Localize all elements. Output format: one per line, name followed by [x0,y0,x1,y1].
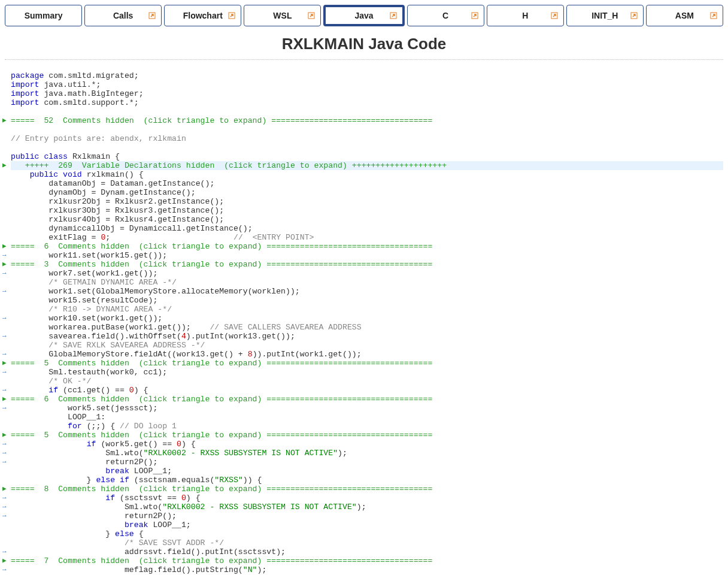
code-line: → GlobalMemoryStore.fieldAt((work13.get(… [2,350,723,359]
code-line: rxlkusr2Obj = Rxlkusr2.getInstance(); [2,197,723,206]
code-line: ▶===== 6 Comments hidden (click triangle… [2,242,723,251]
code-text: savearea.field().withOffset(4).putInt(wo… [11,332,723,341]
popout-icon[interactable] [550,11,559,20]
code-line [2,62,723,71]
code-line: LOOP__1: [2,413,723,422]
expand-triangle-icon[interactable]: ▶ [2,260,11,269]
code-text: package com.smltd.migrated; [11,71,723,80]
code-text: if (ssctssvt == 0) { [11,494,723,503]
popout-icon[interactable] [471,11,479,20]
code-text [11,62,723,71]
page-title: RXLKMAIN Java Code [0,28,728,59]
code-line: ▶===== 8 Comments hidden (click triangle… [2,485,723,494]
code-line: import com.smltd.support.*; [2,98,723,107]
code-text: ===== 5 Comments hidden (click triangle … [11,359,723,368]
popout-icon[interactable] [307,11,316,20]
code-text: Sml.wto("RXLK0002 - RXSS SUBSYSTEM IS NO… [11,503,723,512]
code-text: /* OK -*/ [11,377,723,386]
code-text: import com.smltd.support.*; [11,98,723,107]
code-text: Sml.testauth(work0, cc1); [11,368,723,377]
expand-triangle-icon[interactable]: ▶ [2,161,11,170]
code-line: ▶===== 6 Comments hidden (click triangle… [2,395,723,404]
code-line: → return2P(); [2,458,723,467]
code-text: /* SAVE SSVT ADDR -*/ [11,538,723,547]
code-line: ▶===== 5 Comments hidden (click triangle… [2,359,723,368]
code-text: work10.set(work1.get()); [11,314,723,323]
code-text: // Entry points are: abendx, rxlkmain [11,134,723,143]
expand-triangle-icon[interactable]: ▶ [2,395,11,404]
tab-h[interactable]: H [487,5,564,26]
arrow-marker-icon: → [2,350,11,359]
gutter [2,89,11,98]
popout-icon[interactable] [389,11,398,20]
code-line: rxlkusr3Obj = Rxlkusr3.getInstance(); [2,206,723,215]
code-line: import java.util.*; [2,80,723,89]
expand-triangle-icon[interactable]: ▶ [2,242,11,251]
tab-label: Summary [25,11,63,20]
code-text: work1.set(GlobalMemoryStore.allocateMemo… [11,287,723,296]
code-text: import java.math.BigInteger; [11,89,723,98]
tab-flowchart[interactable]: Flowchart [164,5,241,26]
popout-icon[interactable] [709,11,718,20]
code-line: → if (ssctssvt == 0) { [2,494,723,503]
arrow-marker-icon: → [2,404,11,413]
arrow-marker-icon: → [2,386,11,395]
code-line: /* SAVE RXLK SAVEAREA ADDRESS -*/ [2,341,723,350]
expand-triangle-icon[interactable]: ▶ [2,556,11,565]
tab-wsl[interactable]: WSL [244,5,321,26]
code-line: → work11.set(work15.get()); [2,251,723,260]
code-text: LOOP__1: [11,413,723,422]
code-line: ▶ +++++ 269 Variable Declarations hidden… [2,161,723,170]
code-line: ▶===== 5 Comments hidden (click triangle… [2,431,723,440]
expand-triangle-icon[interactable]: ▶ [2,116,11,125]
code-text: break LOOP__1; [11,520,723,529]
expand-triangle-icon[interactable]: ▶ [2,485,11,494]
code-line: } else if (ssctsnam.equals("RXSS")) { [2,476,723,485]
gutter [2,188,11,197]
code-text: work11.set(work15.get()); [11,251,723,260]
popout-icon[interactable] [630,11,638,20]
code-line: ▶===== 7 Comments hidden (click triangle… [2,556,723,565]
code-text: } else if (ssctsnam.equals("RXSS")) { [11,476,723,485]
gutter [2,197,11,206]
tab-init-h[interactable]: INIT_H [566,5,644,26]
tab-label: Flowchart [183,11,223,20]
code-line: → addrssvt.field().putInt(ssctssvt); [2,547,723,556]
code-text [11,125,723,134]
expand-triangle-icon[interactable]: ▶ [2,431,11,440]
tab-summary[interactable]: Summary [5,5,82,26]
code-line: ▶===== 3 Comments hidden (click triangle… [2,260,723,269]
code-text: +++++ 269 Variable Declarations hidden (… [11,161,723,170]
code-line: break LOOP__1; [2,467,723,476]
tab-c[interactable]: C [407,5,484,26]
code-line: } else { [2,529,723,538]
expand-triangle-icon[interactable]: ▶ [2,359,11,368]
code-line: work15.set(resultCode); [2,296,723,305]
gutter [2,80,11,89]
code-text: ===== 7 Comments hidden (click triangle … [11,556,723,565]
tab-label: Java [354,11,373,20]
tab-calls[interactable]: Calls [84,5,162,26]
code-line: import java.math.BigInteger; [2,89,723,98]
arrow-marker-icon: → [2,440,11,449]
arrow-marker-icon: → [2,332,11,341]
tab-label: ASM [675,11,694,20]
gutter [2,323,11,332]
code-line: dynamObj = Dynam.getInstance(); [2,188,723,197]
code-text: rxlkusr2Obj = Rxlkusr2.getInstance(); [11,197,723,206]
tab-java[interactable]: Java [323,5,404,26]
code-line: → return2P(); [2,512,723,520]
code-line: /* OK -*/ [2,377,723,386]
code-line: → Sml.wto("RXLK0002 - RXSS SUBSYSTEM IS … [2,503,723,512]
gutter [2,170,11,179]
gutter [2,520,11,529]
code-text: meflag.field().putString("N"); [11,565,723,574]
tab-asm[interactable]: ASM [646,5,723,26]
gutter [2,413,11,422]
gutter [2,296,11,305]
gutter [2,476,11,485]
code-line: → Sml.wto("RXLK0002 - RXSS SUBSYSTEM IS … [2,449,723,458]
popout-icon[interactable] [228,11,236,20]
popout-icon[interactable] [148,11,156,20]
code-text: work5.set(jesssct); [11,404,723,413]
